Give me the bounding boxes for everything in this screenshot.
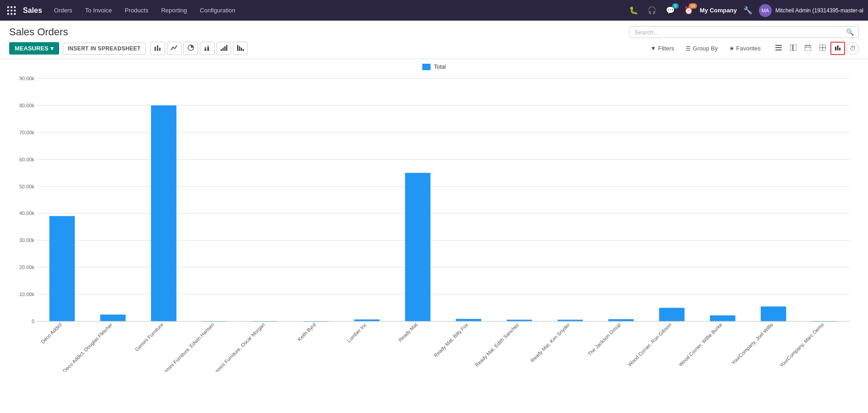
app-name: Sales <box>23 6 42 15</box>
svg-rect-2 <box>14 6 16 8</box>
svg-rect-18 <box>222 48 224 51</box>
list-view-button[interactable] <box>772 42 785 55</box>
svg-rect-64 <box>151 105 176 321</box>
svg-rect-27 <box>775 50 782 50</box>
chart-svg-wrapper: 90.00k80.00k70.00k60.00k50.00k40.00k30.0… <box>9 74 859 373</box>
svg-rect-80 <box>558 319 583 321</box>
page-title: Sales Orders <box>9 26 68 38</box>
svg-rect-72 <box>354 319 380 321</box>
svg-rect-14 <box>205 47 206 49</box>
company-name[interactable]: My Company <box>700 7 737 14</box>
svg-text:60.00k: 60.00k <box>19 157 35 162</box>
svg-rect-21 <box>237 45 238 51</box>
svg-text:30.00k: 30.00k <box>19 237 35 243</box>
svg-rect-29 <box>793 44 796 51</box>
svg-rect-37 <box>835 47 836 50</box>
svg-rect-39 <box>839 48 840 50</box>
svg-text:10.00k: 10.00k <box>19 292 35 297</box>
graph-view-button[interactable] <box>830 42 845 55</box>
ascending-sort-button[interactable] <box>216 42 231 55</box>
svg-rect-38 <box>837 45 839 50</box>
line-chart-button[interactable] <box>167 42 182 55</box>
svg-text:The Jackson Group: The Jackson Group <box>586 322 621 357</box>
bar-chart-svg: 90.00k80.00k70.00k60.00k50.00k40.00k30.0… <box>9 74 859 372</box>
svg-rect-0 <box>7 6 9 8</box>
svg-rect-19 <box>224 46 226 51</box>
settings-icon-btn[interactable]: 🔧 <box>741 4 755 17</box>
messages-icon-btn[interactable]: 💬5 <box>663 4 678 17</box>
svg-rect-15 <box>207 47 209 51</box>
chart-type-buttons <box>150 42 248 55</box>
activities-icon-btn[interactable]: ⏰38 <box>681 4 696 17</box>
svg-rect-20 <box>226 45 227 51</box>
nav-orders[interactable]: Orders <box>49 5 78 16</box>
nav-reporting[interactable]: Reporting <box>155 5 192 16</box>
svg-rect-13 <box>205 49 206 51</box>
svg-rect-5 <box>14 10 16 11</box>
bar-chart-button[interactable] <box>150 42 165 55</box>
measures-button[interactable]: MEASURES ▾ <box>9 42 59 55</box>
svg-text:Wood Corner, Ron Gibson: Wood Corner, Ron Gibson <box>627 322 673 368</box>
nav-products[interactable]: Products <box>119 5 154 16</box>
svg-text:70.00k: 70.00k <box>19 130 35 135</box>
search-icon[interactable]: 🔍 <box>846 28 854 36</box>
svg-text:80.00k: 80.00k <box>19 103 35 108</box>
pivot-view-button[interactable] <box>816 42 829 55</box>
descending-sort-button[interactable] <box>233 42 248 55</box>
svg-rect-6 <box>7 13 9 15</box>
user-avatar[interactable]: MA <box>759 4 772 17</box>
svg-text:YourCompany, Joel Willis: YourCompany, Joel Willis <box>730 322 774 366</box>
search-input[interactable] <box>635 29 846 36</box>
favorites-button[interactable]: ★ Favorites <box>726 43 763 54</box>
svg-rect-17 <box>221 49 222 51</box>
svg-text:Deco Addict: Deco Addict <box>40 322 63 345</box>
svg-rect-4 <box>11 10 12 11</box>
svg-rect-23 <box>241 48 242 51</box>
insert-spreadsheet-button[interactable]: INSERT IN SPREADSHEET <box>63 43 146 55</box>
svg-rect-10 <box>157 45 158 51</box>
home-menu-icon[interactable] <box>5 4 18 17</box>
kanban-view-button[interactable] <box>786 42 800 55</box>
activity-view-button[interactable]: ⏱ <box>846 42 859 55</box>
svg-rect-1 <box>11 6 12 8</box>
svg-text:40.00k: 40.00k <box>19 210 35 216</box>
nav-to-invoice[interactable]: To Invoice <box>80 5 118 16</box>
svg-text:Deco Addict, Douglas Fletcher: Deco Addict, Douglas Fletcher <box>62 322 114 372</box>
chart-legend: Total <box>9 64 859 70</box>
svg-text:Ready Mat, Edith Sanchez: Ready Mat, Edith Sanchez <box>474 322 520 368</box>
svg-rect-22 <box>239 46 240 51</box>
user-name[interactable]: Mitchell Admin (19314395-master-al <box>775 7 863 14</box>
svg-rect-8 <box>14 13 16 15</box>
svg-rect-9 <box>155 47 156 51</box>
pie-chart-button[interactable] <box>183 42 198 55</box>
calendar-view-button[interactable] <box>801 42 815 55</box>
svg-rect-25 <box>775 45 782 46</box>
svg-rect-82 <box>608 319 634 321</box>
nav-configuration[interactable]: Configuration <box>194 5 241 16</box>
svg-rect-76 <box>456 319 481 321</box>
stacked-bar-button[interactable] <box>200 42 215 55</box>
svg-rect-7 <box>11 13 12 15</box>
messages-badge: 5 <box>672 3 679 9</box>
svg-text:90.00k: 90.00k <box>19 76 35 81</box>
legend-color-swatch <box>422 64 431 70</box>
svg-rect-60 <box>50 216 75 321</box>
svg-rect-11 <box>159 48 160 51</box>
search-bar: 🔍 <box>630 26 859 38</box>
topnav-right: 🐛 🎧 💬5 ⏰38 My Company 🔧 MA Mitchell Admi… <box>626 4 863 17</box>
bug-icon-btn[interactable]: 🐛 <box>626 4 641 17</box>
svg-rect-16 <box>207 45 209 47</box>
svg-text:Keith Byrd: Keith Byrd <box>297 322 317 342</box>
svg-rect-28 <box>790 44 792 51</box>
svg-rect-78 <box>507 319 532 321</box>
groupby-button[interactable]: ☰ Group By <box>683 43 721 54</box>
svg-rect-62 <box>100 314 126 321</box>
filters-button[interactable]: ▼ Filters <box>647 43 677 54</box>
page-header: Sales Orders 🔍 <box>0 21 868 38</box>
svg-text:20.00k: 20.00k <box>19 264 35 270</box>
top-navigation: Sales Orders To Invoice Products Reporti… <box>0 0 868 21</box>
chart-container: Total 90.00k80.00k70.00k60.00k50.00k40.0… <box>0 59 868 378</box>
support-icon-btn[interactable]: 🎧 <box>645 4 659 17</box>
svg-text:Ready Mat, Kim Snyder: Ready Mat, Kim Snyder <box>529 322 571 363</box>
legend-label: Total <box>434 64 446 70</box>
